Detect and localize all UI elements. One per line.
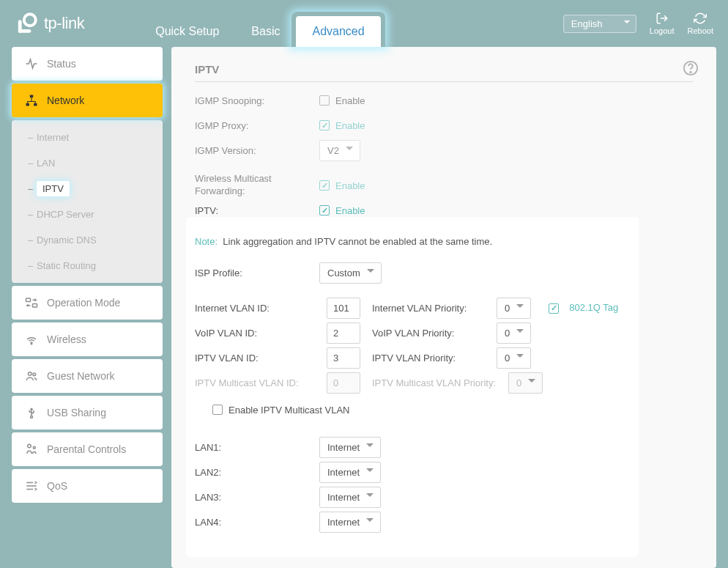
mcast-vlan-id-label: IPTV Multicast VLAN ID: (195, 377, 319, 388)
usb-icon (25, 406, 38, 419)
internet-vlan-id-input[interactable]: 101 (327, 298, 360, 319)
igmp-snooping-enable-text: Enable (335, 95, 365, 106)
note-text: Note: Link aggregation and IPTV cannot b… (195, 236, 693, 247)
subnav-iptv[interactable]: IPTV (12, 176, 163, 202)
sidebar-item-network[interactable]: Network (12, 84, 163, 117)
iptv-vlan-id-input[interactable]: 3 (327, 347, 360, 369)
igmp-snooping-checkbox[interactable] (319, 95, 330, 106)
mcast-vlan-pri-select: 0 (508, 377, 543, 388)
header: tp-link Quick Setup Basic Advanced Engli… (0, 0, 728, 47)
lan1-label: LAN1: (195, 442, 319, 453)
internet-vlan-id-label: Internet VLAN ID: (195, 303, 319, 314)
tab-basic[interactable]: Basic (235, 16, 296, 47)
svg-point-8 (31, 343, 32, 344)
voip-vlan-pri-label: VoIP VLAN Priority: (372, 328, 489, 339)
voip-vlan-id-label: VoIP VLAN ID: (195, 328, 319, 339)
help-icon (683, 60, 699, 76)
igmp-proxy-label: IGMP Proxy: (195, 120, 319, 131)
main-tabs: Quick Setup Basic Advanced (139, 0, 380, 47)
sidebar-item-wireless[interactable]: Wireless (12, 322, 163, 356)
sidebar-item-qos[interactable]: QoS (12, 469, 163, 503)
iptv-vlan-id-label: IPTV VLAN ID: (195, 353, 319, 364)
mcast-vlan-pri-label: IPTV Multicast VLAN Priority: (372, 377, 501, 388)
svg-point-10 (33, 373, 36, 376)
subnav-static-routing[interactable]: Static Routing (12, 253, 163, 279)
brand-text: tp-link (44, 14, 84, 33)
help-button[interactable] (683, 60, 699, 78)
tab-advanced[interactable]: Advanced (296, 16, 380, 47)
lan3-select[interactable]: Internet (319, 492, 381, 503)
tag-checkbox[interactable] (549, 303, 559, 314)
svg-point-9 (29, 372, 32, 376)
subnav-internet[interactable]: Internet (12, 125, 163, 150)
wifi-icon (25, 333, 38, 346)
wmf-checkbox[interactable] (319, 180, 330, 191)
sidebar-item-status[interactable]: Status (12, 47, 163, 81)
voip-vlan-id-input[interactable]: 2 (327, 322, 360, 344)
lan2-label: LAN2: (195, 467, 319, 478)
sidebar-item-guest-network[interactable]: Guest Network (12, 359, 163, 393)
subnav-dhcp[interactable]: DHCP Server (12, 202, 163, 227)
igmp-version-label: IGMP Version: (195, 145, 319, 156)
tplink-icon (15, 12, 38, 35)
logout-icon (655, 12, 669, 25)
language-select[interactable]: English (563, 15, 636, 33)
igmp-version-select[interactable]: V2 (319, 145, 360, 156)
iptv-checkbox[interactable] (319, 205, 330, 215)
subnav-lan[interactable]: LAN (12, 150, 163, 176)
logout-button[interactable]: Logout (650, 12, 675, 35)
sidebar-item-operation-mode[interactable]: Operation Mode (12, 286, 163, 320)
parental-icon (25, 443, 38, 456)
svg-rect-2 (18, 29, 31, 33)
svg-rect-4 (26, 103, 30, 106)
igmp-proxy-enable-text: Enable (335, 120, 365, 131)
svg-rect-7 (33, 304, 37, 308)
enable-mcast-checkbox[interactable] (212, 405, 223, 415)
sidebar: Status Network Internet LAN IPTV DHCP Se… (12, 47, 163, 568)
internet-vlan-pri-select[interactable]: 0 (497, 303, 531, 314)
iptv-vlan-pri-select[interactable]: 0 (497, 353, 531, 364)
enable-mcast-label: Enable IPTV Multicast VLAN (229, 405, 349, 416)
content-panel: IPTV IGMP Snooping: Enable IGMP Proxy: E… (171, 47, 716, 568)
isp-profile-label: ISP Profile: (195, 268, 319, 279)
mcast-vlan-id-input: 0 (327, 372, 360, 394)
svg-point-15 (690, 72, 691, 73)
subnav-ddns[interactable]: Dynamic DNS (12, 227, 163, 253)
brand-logo: tp-link (15, 12, 84, 35)
svg-rect-3 (30, 95, 34, 98)
reboot-icon (694, 12, 707, 25)
svg-point-12 (28, 444, 31, 448)
svg-point-13 (33, 446, 35, 449)
network-subnav: Internet LAN IPTV DHCP Server Dynamic DN… (12, 120, 163, 283)
igmp-snooping-label: IGMP Snooping: (195, 95, 319, 106)
users-icon (25, 369, 38, 383)
sidebar-item-parental[interactable]: Parental Controls (12, 432, 163, 466)
page-title: IPTV (195, 63, 693, 82)
lan4-select[interactable]: Internet (319, 517, 381, 528)
iptv-enable-label: IPTV: (195, 205, 319, 216)
iptv-enable-text: Enable (335, 205, 365, 216)
activity-icon (25, 57, 38, 70)
lan2-select[interactable]: Internet (319, 467, 381, 478)
swap-icon (25, 296, 38, 309)
network-icon (25, 94, 38, 107)
lan3-label: LAN3: (195, 492, 319, 503)
iptv-vlan-pri-label: IPTV VLAN Priority: (372, 353, 489, 364)
reboot-button[interactable]: Reboot (688, 12, 713, 35)
tab-quick-setup[interactable]: Quick Setup (139, 16, 235, 47)
igmp-proxy-checkbox[interactable] (319, 120, 330, 130)
svg-rect-5 (34, 103, 37, 106)
isp-profile-select[interactable]: Custom (319, 268, 382, 279)
svg-point-11 (31, 416, 33, 418)
wmf-enable-text: Enable (335, 180, 365, 191)
svg-rect-6 (26, 298, 31, 302)
voip-vlan-pri-select[interactable]: 0 (497, 328, 531, 339)
sidebar-item-usb-sharing[interactable]: USB Sharing (12, 396, 163, 429)
qos-icon (25, 479, 38, 493)
lan4-label: LAN4: (195, 517, 319, 528)
tag-label: 802.1Q Tag (569, 302, 618, 313)
svg-point-0 (24, 14, 36, 26)
internet-vlan-pri-label: Internet VLAN Priority: (372, 303, 489, 314)
wmf-label: Wireless Multicast Forwarding: (195, 173, 319, 198)
lan1-select[interactable]: Internet (319, 442, 381, 453)
